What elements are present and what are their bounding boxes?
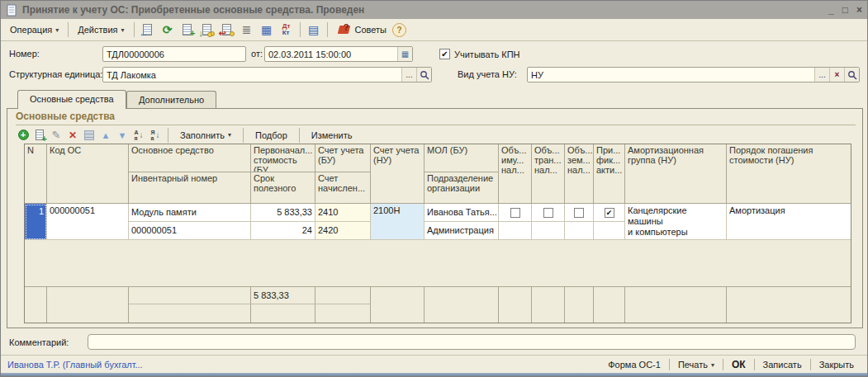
structural-unit-field-wrap: ... bbox=[102, 67, 432, 82]
cell-property-tax-sub[interactable] bbox=[499, 222, 532, 240]
cell-transport-tax-sub[interactable] bbox=[532, 222, 565, 240]
form-os1-label: Форма ОС-1 bbox=[608, 360, 661, 370]
post-document-icon[interactable]: ← bbox=[139, 21, 157, 38]
refresh-icon[interactable]: ⟳ bbox=[159, 21, 177, 38]
structure-list-icon[interactable]: ≣ bbox=[238, 21, 256, 38]
save-button[interactable]: Записать bbox=[757, 358, 809, 371]
date-label: от: bbox=[251, 46, 263, 62]
total-initial-cost: 5 833,33 bbox=[251, 286, 315, 304]
tab-additional[interactable]: Дополнительно bbox=[126, 91, 216, 109]
cell-fixed-asset-sub[interactable] bbox=[594, 222, 625, 240]
copy-document-icon[interactable]: + bbox=[178, 21, 197, 38]
add-row-button[interactable]: + bbox=[16, 128, 31, 143]
sort-descending-button[interactable]: Я а↓ bbox=[148, 128, 163, 143]
select-button[interactable]: ... bbox=[401, 68, 416, 82]
ok-button[interactable]: ОК bbox=[725, 357, 752, 372]
toolbar-separator bbox=[299, 128, 300, 143]
maximize-button[interactable]: □ bbox=[842, 2, 848, 17]
tab-fixed-assets[interactable]: Основные средства bbox=[17, 90, 126, 109]
green-arrow-icon: ↓ bbox=[199, 29, 204, 37]
number-input[interactable] bbox=[103, 47, 245, 61]
chevron-down-icon: ▾ bbox=[711, 361, 714, 369]
down-arrow-icon: ↓ bbox=[156, 130, 160, 139]
table-empty-area bbox=[532, 240, 565, 286]
header-department: Подразделение организации bbox=[425, 172, 499, 204]
table-toolbar: + + ✎ ✕ ▲ ▼ А я↓ Я а↓ Заполнить▾ Подбор … bbox=[16, 126, 856, 144]
cell-account-nu[interactable]: 2100Н bbox=[371, 204, 425, 240]
cell-depreciation-group[interactable]: Канцелярские машины и компьютеры bbox=[625, 204, 727, 240]
kpn-checkbox[interactable]: ✔ bbox=[439, 49, 450, 59]
total-useful-life bbox=[251, 304, 315, 323]
sort-ascending-button[interactable]: А я↓ bbox=[131, 128, 146, 143]
journal-glyph: ▤ bbox=[308, 24, 319, 35]
property-tax-checkbox[interactable] bbox=[510, 208, 520, 218]
actions-menu-button[interactable]: Действия ▾ bbox=[72, 22, 130, 37]
print-label: Печать bbox=[678, 360, 708, 370]
clear-button[interactable]: × bbox=[829, 68, 844, 82]
advice-label: Советы bbox=[355, 25, 387, 35]
move-down-button[interactable]: ▼ bbox=[115, 128, 130, 143]
pick-button[interactable]: Подбор bbox=[249, 128, 294, 143]
open-button[interactable] bbox=[416, 68, 431, 82]
fill-button[interactable]: Заполнить▾ bbox=[173, 128, 238, 143]
close-button[interactable]: × bbox=[856, 2, 862, 17]
sort-desc-icon: Я а bbox=[150, 130, 154, 141]
pick-label: Подбор bbox=[255, 130, 287, 140]
open-button[interactable] bbox=[844, 68, 859, 82]
journal-icon[interactable]: ▤ bbox=[305, 21, 323, 38]
unpost-icon[interactable]: ↩ bbox=[218, 21, 236, 38]
cell-depreciation-account[interactable]: 2420 bbox=[315, 222, 371, 240]
column-property-tax: Объ... иму... нал... bbox=[499, 144, 532, 323]
edit-row-button[interactable]: ✎ bbox=[49, 128, 64, 143]
cell-mol[interactable]: Иванова Татья... bbox=[425, 204, 499, 222]
date-input[interactable] bbox=[265, 47, 397, 61]
up-arrow-icon: ▲ bbox=[102, 130, 111, 140]
change-button[interactable]: Изменить bbox=[305, 128, 359, 143]
advice-button[interactable]: ? Советы bbox=[331, 19, 392, 40]
minimize-button[interactable]: _ bbox=[828, 2, 834, 17]
delete-row-button[interactable]: ✕ bbox=[65, 128, 80, 143]
end-edit-button[interactable] bbox=[82, 128, 97, 143]
cell-department[interactable]: Администрация bbox=[425, 222, 499, 240]
move-up-button[interactable]: ▲ bbox=[98, 128, 113, 143]
transport-tax-checkbox[interactable] bbox=[543, 208, 553, 218]
cell-account-bu[interactable]: 2410 bbox=[315, 204, 371, 222]
header-row-unit: Структурная единица: ... Вид учета НУ: .… bbox=[1, 67, 867, 83]
nu-kind-input[interactable] bbox=[528, 68, 814, 82]
print-button[interactable]: Печать▾ bbox=[671, 358, 721, 371]
calendar-button[interactable]: ▦ bbox=[397, 47, 412, 61]
select-button[interactable]: ... bbox=[814, 68, 829, 82]
date-field-wrap: ▦ bbox=[264, 46, 413, 62]
help-icon[interactable]: ? bbox=[392, 23, 406, 37]
cell-land-tax-sub[interactable] bbox=[565, 222, 594, 240]
form-os1-button[interactable]: Форма ОС-1 bbox=[601, 358, 667, 371]
button-separator bbox=[669, 359, 670, 370]
post-with-movements-icon[interactable]: ↓ bbox=[198, 21, 216, 38]
cell-inventory[interactable]: 000000051 bbox=[129, 222, 251, 240]
help-glyph: ? bbox=[396, 26, 401, 35]
chevron-down-icon: ▾ bbox=[55, 26, 59, 34]
land-tax-checkbox[interactable] bbox=[574, 208, 584, 218]
plus-icon: + bbox=[190, 29, 195, 37]
toolbar-separator bbox=[243, 128, 244, 143]
dt-kt-postings-icon[interactable]: ДтКт bbox=[277, 21, 296, 38]
fixed-asset-checkbox[interactable]: ✔ bbox=[605, 208, 614, 218]
cell-asset[interactable]: Модуль памяти bbox=[129, 204, 251, 222]
cell-useful-life[interactable]: 24 bbox=[251, 222, 315, 240]
table-empty-area bbox=[25, 240, 47, 286]
copy-row-button[interactable]: + bbox=[32, 128, 47, 143]
fill-label: Заполнить bbox=[180, 130, 225, 140]
structural-unit-input[interactable] bbox=[103, 68, 401, 82]
cell-initial-cost[interactable]: 5 833,33 bbox=[251, 204, 315, 222]
movements-settings-icon[interactable]: ▦ bbox=[258, 21, 276, 38]
operation-menu-button[interactable]: Операция ▾ bbox=[4, 22, 64, 37]
cell-repayment-order[interactable]: Амортизация bbox=[727, 204, 851, 240]
comment-input[interactable] bbox=[88, 335, 855, 349]
delete-icon: ✕ bbox=[69, 130, 77, 141]
cell-row-number[interactable]: 1 bbox=[25, 204, 47, 240]
cell-land-tax bbox=[565, 204, 594, 222]
close-form-button[interactable]: Закрыть bbox=[813, 358, 861, 371]
cell-code[interactable]: 000000051 bbox=[47, 204, 129, 240]
toolbar-separator bbox=[327, 22, 328, 37]
button-separator bbox=[754, 359, 755, 370]
